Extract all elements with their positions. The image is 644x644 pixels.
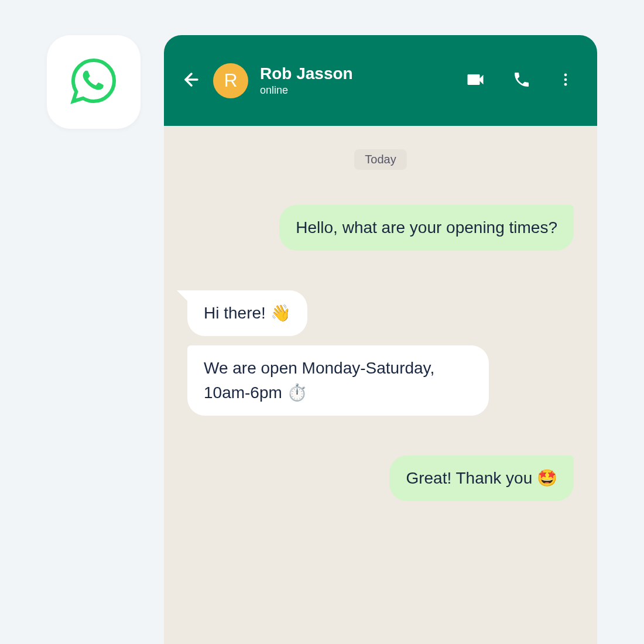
svg-point-2 — [564, 78, 567, 81]
chat-window: R Rob Jasson online — [164, 35, 597, 644]
date-badge: Today — [354, 149, 406, 170]
svg-point-1 — [564, 73, 567, 76]
message-text: Great! Thank you 🤩 — [406, 469, 557, 487]
chat-body: Today Hello, what are your opening times… — [164, 126, 597, 644]
more-options-button[interactable] — [557, 71, 574, 90]
whatsapp-icon — [69, 56, 118, 108]
message-text: Hi there! 👋 — [204, 304, 291, 322]
message-received[interactable]: We are open Monday-Saturday, 10am-6pm ⏱️ — [187, 345, 489, 416]
back-button[interactable] — [181, 70, 201, 92]
contact-status: online — [260, 84, 453, 97]
message-received[interactable]: Hi there! 👋 — [187, 290, 307, 336]
messages-area: Hello, what are your opening times? Hi t… — [187, 205, 574, 501]
svg-point-3 — [564, 83, 567, 85]
contact-name: Rob Jasson — [260, 64, 453, 83]
message-sent[interactable]: Great! Thank you 🤩 — [389, 455, 574, 501]
contact-info[interactable]: Rob Jasson online — [260, 64, 453, 97]
video-call-button[interactable] — [465, 69, 486, 93]
voice-call-button[interactable] — [512, 70, 531, 91]
contact-avatar[interactable]: R — [213, 63, 248, 98]
message-text: Hello, what are your opening times? — [296, 218, 557, 237]
message-text: We are open Monday-Saturday, 10am-6pm ⏱️ — [204, 359, 434, 402]
avatar-initial: R — [224, 70, 237, 91]
chat-header: R Rob Jasson online — [164, 35, 597, 126]
message-sent[interactable]: Hello, what are your opening times? — [279, 205, 574, 251]
whatsapp-app-badge — [47, 35, 141, 129]
header-actions — [465, 69, 574, 93]
